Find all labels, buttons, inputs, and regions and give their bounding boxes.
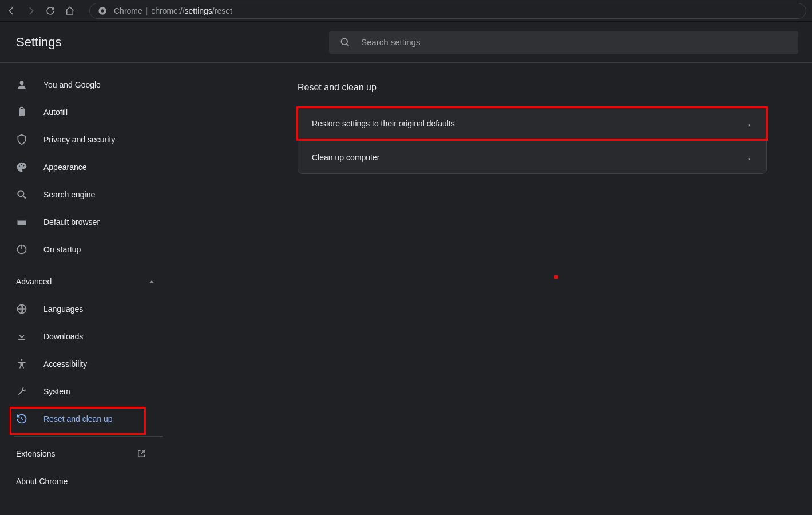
palette-icon: [16, 161, 27, 173]
sidebar-item-label: Languages: [43, 304, 83, 314]
row-label: Restore settings to their original defau…: [312, 119, 455, 128]
advanced-toggle[interactable]: Advanced: [0, 268, 172, 295]
home-icon[interactable]: [64, 5, 76, 17]
reload-icon[interactable]: [45, 5, 56, 17]
sidebar-item-reset[interactable]: Reset and clean up: [0, 405, 172, 433]
omnibox-url-dim: chrome://: [151, 6, 184, 15]
svg-point-6: [19, 165, 20, 167]
sidebar-item-label: You and Google: [43, 80, 101, 89]
shield-icon: [16, 134, 27, 145]
sidebar-item-label: Autofill: [43, 108, 68, 117]
omnibox-sep: |: [146, 6, 148, 15]
sidebar-item-default-browser[interactable]: Default browser: [0, 208, 172, 236]
page-title: Settings: [16, 35, 62, 50]
globe-icon: [16, 303, 27, 315]
sidebar-item-autofill[interactable]: Autofill: [0, 98, 172, 126]
svg-point-7: [21, 164, 22, 165]
reset-card: Restore settings to their original defau…: [298, 106, 767, 174]
sidebar-item-label: On startup: [43, 245, 81, 254]
sidebar-separator: [14, 436, 163, 437]
main-content: Reset and clean up Restore settings to t…: [172, 63, 812, 515]
chrome-badge-icon: [98, 6, 107, 15]
sidebar-item-label: Privacy and security: [43, 135, 115, 144]
wrench-icon: [16, 386, 27, 397]
svg-point-8: [23, 165, 24, 166]
omnibox-prefix: Chrome: [114, 6, 142, 15]
sidebar-item-label: System: [43, 387, 70, 396]
svg-point-15: [21, 359, 22, 361]
svg-point-2: [341, 38, 347, 45]
sidebar-item-on-startup[interactable]: On startup: [0, 236, 172, 263]
row-label: Clean up computer: [312, 153, 379, 162]
omnibox-url-bold: settings: [185, 6, 212, 15]
row-restore-defaults[interactable]: Restore settings to their original defau…: [298, 107, 766, 140]
clipboard-icon: [16, 106, 27, 118]
sidebar-item-appearance[interactable]: Appearance: [0, 153, 172, 181]
omnibox-url-tail: /reset: [212, 6, 232, 15]
svg-rect-14: [18, 339, 25, 340]
sidebar-item-downloads[interactable]: Downloads: [0, 323, 172, 350]
svg-rect-5: [21, 108, 23, 109]
sidebar-item-label: Accessibility: [43, 359, 87, 369]
sidebar-item-you-and-google[interactable]: You and Google: [0, 71, 172, 98]
sidebar-item-languages[interactable]: Languages: [0, 295, 172, 323]
extensions-label: Extensions: [16, 449, 55, 458]
download-icon: [16, 331, 27, 342]
browser-toolbar: Chrome | chrome://settings/reset: [0, 0, 812, 22]
person-icon: [16, 79, 27, 90]
sidebar-item-label: Reset and clean up: [43, 414, 113, 423]
sidebar-item-label: Downloads: [43, 332, 83, 341]
search-icon: [16, 189, 27, 200]
chevron-right-icon: [747, 154, 752, 160]
svg-rect-11: [18, 219, 26, 220]
chevron-right-icon: [747, 121, 752, 126]
section-title: Reset and clean up: [298, 82, 767, 93]
browser-icon: [16, 216, 27, 228]
sidebar-item-system[interactable]: System: [0, 378, 172, 405]
sidebar-item-privacy[interactable]: Privacy and security: [0, 126, 172, 153]
row-clean-up[interactable]: Clean up computer: [298, 140, 766, 173]
forward-icon: [25, 5, 37, 17]
sidebar-item-label: Appearance: [43, 163, 87, 172]
open-in-new-icon: [136, 449, 146, 459]
sidebar-item-accessibility[interactable]: Accessibility: [0, 350, 172, 378]
search-icon: [339, 37, 351, 48]
power-icon: [16, 244, 27, 255]
settings-header: Settings: [0, 22, 812, 63]
about-label: About Chrome: [16, 477, 68, 486]
svg-point-9: [18, 191, 23, 196]
restore-icon: [16, 413, 27, 425]
sidebar-item-search-engine[interactable]: Search engine: [0, 181, 172, 208]
omnibox[interactable]: Chrome | chrome://settings/reset: [89, 3, 806, 19]
chevron-up-icon: [148, 278, 156, 286]
svg-point-1: [101, 9, 104, 12]
back-icon[interactable]: [6, 5, 17, 17]
sidebar-item-label: Search engine: [43, 190, 95, 199]
svg-point-3: [20, 81, 24, 85]
search-box[interactable]: [329, 31, 798, 54]
sidebar: You and Google Autofill Privacy and secu…: [0, 63, 172, 515]
advanced-label: Advanced: [16, 277, 52, 286]
red-dot: [554, 275, 558, 279]
search-input[interactable]: [361, 37, 788, 47]
sidebar-item-label: Default browser: [43, 217, 100, 227]
accessibility-icon: [16, 358, 27, 370]
sidebar-item-extensions[interactable]: Extensions: [0, 440, 163, 468]
sidebar-item-about[interactable]: About Chrome: [0, 468, 172, 495]
